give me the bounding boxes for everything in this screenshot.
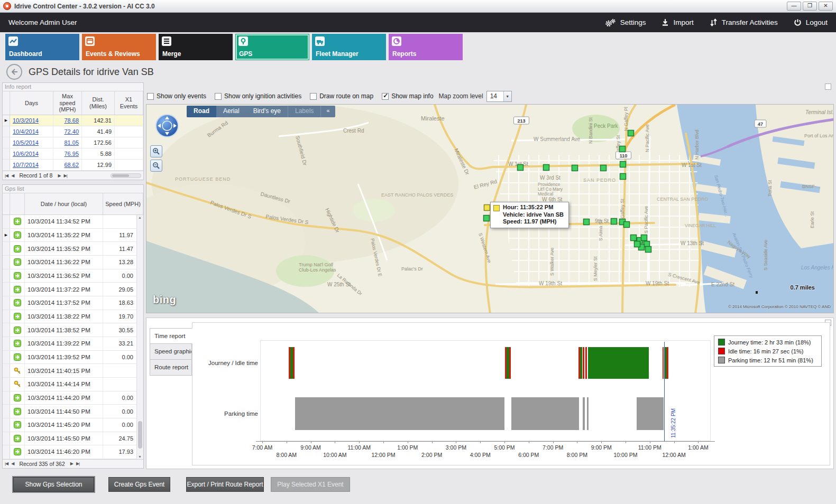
map-view-tab-bird-s-eye[interactable]: Bird's eye — [246, 106, 288, 117]
gps-marker[interactable] — [601, 165, 607, 171]
checkbox-icon[interactable] — [215, 93, 222, 100]
gps-marker[interactable] — [635, 241, 640, 247]
map-zoom-select[interactable]: 14▼ — [486, 91, 512, 102]
gps-list-row[interactable]: 10/3/2014 11:40:15 PM — [3, 364, 143, 378]
day-link[interactable]: 10/7/2014 — [10, 160, 53, 170]
map-panel-collapse-button[interactable] — [825, 83, 831, 90]
prev-record-button[interactable]: ◀ — [11, 461, 14, 466]
gps-column-header-date-hour-local[interactable]: Date / hour (local) — [25, 193, 103, 214]
map-compass-control[interactable] — [155, 114, 179, 138]
show-gps-selection-button[interactable]: Show Gps Selection — [13, 477, 94, 492]
gps-marker-selected[interactable] — [484, 205, 490, 211]
info-column-header-x1-events[interactable]: X1 Events — [115, 91, 143, 115]
first-record-button[interactable]: |◀ — [5, 173, 8, 178]
last-record-button[interactable]: ▶| — [64, 173, 67, 178]
gps-marker[interactable] — [620, 162, 626, 167]
gps-list-row[interactable]: 10/3/2014 11:46:20 PM17.93 — [3, 445, 143, 459]
export-print-route-report-button[interactable]: Export / Print Route Report — [186, 477, 264, 492]
map-view-tab-labels[interactable]: Labels — [288, 106, 320, 117]
prev-record-button[interactable]: ◀ — [11, 173, 14, 178]
max-speed-link[interactable]: 76.95 — [53, 148, 82, 159]
restore-button[interactable]: ❐ — [803, 2, 817, 11]
gps-list-row[interactable]: 10/3/2014 11:44:14 PM — [3, 378, 143, 391]
gps-list-row[interactable]: 10/3/2014 11:34:52 PM — [3, 215, 143, 229]
chart-tab-route-report[interactable]: Route report — [150, 360, 192, 376]
checkbox-checked-icon[interactable] — [382, 93, 389, 100]
gps-marker[interactable] — [518, 165, 523, 171]
tile-gps[interactable]: GPS — [235, 34, 309, 60]
zoom-in-button[interactable] — [150, 145, 162, 157]
day-link[interactable]: 10/3/2014 — [10, 115, 53, 126]
back-button[interactable] — [6, 64, 22, 80]
checkbox-show-map-info[interactable]: Show map info — [382, 92, 433, 100]
next-record-button[interactable]: ▶ — [58, 173, 60, 178]
gps-marker[interactable] — [631, 235, 637, 241]
menu-item-transfer-activities[interactable]: Transfer Activities — [710, 18, 778, 26]
close-button[interactable]: ✕ — [819, 2, 833, 11]
gps-list-row[interactable]: 10/3/2014 11:38:52 PM30.55 — [3, 323, 143, 337]
max-speed-link[interactable]: 68.62 — [53, 160, 82, 170]
horizontal-scrollbar[interactable] — [111, 173, 141, 178]
day-link[interactable]: 10/6/2014 — [10, 148, 53, 159]
gps-column-header-speed-mph[interactable]: Speed (MPH) — [103, 193, 143, 214]
gps-list-row[interactable]: 10/3/2014 11:44:20 PM0.00 — [3, 391, 143, 405]
gps-list-row[interactable]: 10/3/2014 11:39:22 PM33.21 — [3, 337, 143, 351]
info-report-row[interactable]: 10/4/201472.4041.49 — [3, 126, 143, 137]
create-gps-event-button[interactable]: Create Gps Event — [108, 477, 170, 492]
gps-marker[interactable] — [641, 235, 647, 241]
scrollbar-thumb[interactable] — [138, 421, 142, 449]
checkbox-show-only-events[interactable]: Show only events — [147, 92, 206, 100]
info-column-header-days[interactable]: Days — [10, 91, 53, 115]
play-selected-x1-event-button[interactable]: Play Selected X1 Event — [271, 477, 350, 492]
gps-list-row[interactable]: 10/3/2014 11:45:20 PM0.00 — [3, 418, 143, 432]
scroll-down-icon[interactable]: ▼ — [137, 455, 143, 459]
tile-dashboard[interactable]: Dashboard — [5, 34, 79, 60]
minimize-button[interactable]: — — [787, 2, 801, 11]
info-column-header-max-speed-mph[interactable]: Max speed (MPH) — [53, 91, 82, 115]
first-record-button[interactable]: |◀ — [5, 461, 8, 466]
gps-marker[interactable] — [624, 222, 630, 228]
gps-list-row[interactable]: 10/3/2014 11:39:52 PM0.00 — [3, 351, 143, 365]
gps-marker[interactable] — [646, 247, 651, 253]
max-speed-link[interactable]: 72.40 — [53, 126, 82, 137]
gps-marker[interactable] — [484, 216, 490, 221]
tile-reports[interactable]: Reports — [389, 34, 463, 60]
info-report-row[interactable]: 10/6/201476.955.88 — [3, 148, 143, 160]
gps-marker[interactable] — [584, 219, 590, 225]
info-report-row[interactable]: 10/5/201481.05172.56 — [3, 137, 143, 148]
gps-list-row[interactable]: 10/3/2014 11:36:22 PM13.28 — [3, 256, 143, 269]
tile-events-reviews[interactable]: Events & Reviews — [82, 34, 156, 60]
info-column-header-dist-miles[interactable]: Dist. (Miles) — [82, 91, 115, 115]
gps-list-row[interactable]: 10/3/2014 11:37:22 PM29.05 — [3, 283, 143, 296]
checkbox-icon[interactable] — [147, 93, 154, 100]
day-link[interactable]: 10/4/2014 — [10, 126, 53, 137]
gps-list-row[interactable]: 10/3/2014 11:44:50 PM0.00 — [3, 405, 143, 418]
gps-list-row[interactable]: 10/3/2014 11:38:22 PM19.70 — [3, 310, 143, 324]
checkbox-draw-route-on-map[interactable]: Draw route on map — [310, 92, 373, 100]
menu-item-logout[interactable]: Logout — [794, 18, 828, 26]
scroll-up-icon[interactable]: ▲ — [137, 215, 143, 219]
checkbox-icon[interactable] — [310, 93, 317, 100]
gps-list-row[interactable]: 10/3/2014 11:45:50 PM24.75 — [3, 432, 143, 446]
gps-marker[interactable] — [572, 165, 578, 171]
next-record-button[interactable]: ▶ — [70, 461, 73, 466]
gps-list-scrollbar[interactable]: ▲ ▼ — [136, 215, 143, 459]
zoom-out-button[interactable] — [150, 160, 162, 172]
scrollbar-thumb[interactable] — [112, 174, 129, 177]
gps-marker[interactable] — [620, 174, 626, 180]
chart-tab-time-report[interactable]: Time report — [150, 328, 192, 344]
map-panel[interactable]: MiralesteCrest RdBurma RdSouthfield DrMi… — [146, 104, 834, 313]
gps-list-row[interactable]: 10/3/2014 11:35:52 PM11.47 — [3, 242, 143, 256]
last-record-button[interactable]: ▶| — [76, 461, 79, 466]
info-report-row[interactable]: ▶10/3/201478.68142.31 — [3, 115, 143, 126]
chart-tab-speed-graphic[interactable]: Speed graphic — [150, 344, 192, 360]
tile-fleet-manager[interactable]: Fleet Manager — [312, 34, 386, 60]
gps-marker[interactable] — [620, 146, 626, 152]
gps-list-row[interactable]: ▶10/3/2014 11:35:22 PM11.97 — [3, 229, 143, 242]
tile-merge[interactable]: Merge — [159, 34, 233, 60]
gps-marker[interactable] — [611, 219, 617, 225]
gps-marker[interactable] — [628, 130, 634, 136]
gps-marker[interactable] — [544, 165, 549, 171]
map-tabs-collapse-button[interactable]: « — [320, 106, 335, 117]
info-report-row[interactable]: 10/7/201468.6212.99 — [3, 160, 143, 171]
